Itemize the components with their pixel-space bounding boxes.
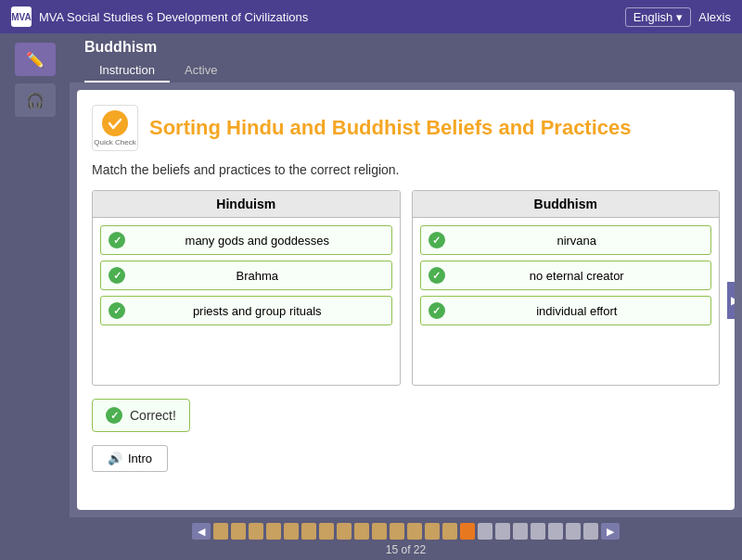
correct-check-icon-b0 — [429, 232, 445, 248]
page-title: Buddhism — [84, 39, 727, 56]
bottom-nav: ◀ — [70, 517, 742, 560]
correct-banner-icon — [106, 407, 122, 424]
main-layout: ✏️ 🎧 Buddhism Instruction Active — [0, 33, 742, 560]
buddhism-item-0[interactable]: nirvana — [420, 225, 712, 255]
tabs: Instruction Active — [84, 59, 727, 83]
speaker-icon: 🔊 — [108, 452, 122, 465]
hinduism-item-2[interactable]: priests and group rituals — [100, 296, 392, 325]
page-dot-11[interactable] — [390, 523, 404, 540]
header-title: MVA Social Studies 6 Development of Civi… — [39, 10, 308, 24]
prev-page-button[interactable]: ◀ — [192, 523, 211, 540]
headphone-icon: 🎧 — [26, 92, 45, 109]
page-dot-9[interactable] — [354, 523, 369, 540]
intro-label: Intro — [128, 452, 152, 465]
page-dot-8[interactable] — [337, 523, 352, 540]
buddhism-item-text-1: no eternal creator — [451, 269, 704, 283]
page-dot-6[interactable] — [301, 523, 316, 540]
buddhism-item-2[interactable]: individual effort — [420, 296, 712, 325]
buddhism-item-text-2: individual effort — [451, 304, 704, 318]
page-dot-1[interactable] — [213, 523, 228, 540]
right-expand-tab[interactable]: ▶ — [727, 282, 735, 319]
next-page-button[interactable]: ▶ — [601, 523, 620, 540]
page-dot-3[interactable] — [249, 523, 263, 540]
page-dot-21[interactable] — [566, 523, 581, 540]
audio-tool-button[interactable]: 🎧 — [15, 83, 56, 117]
page-dot-19[interactable] — [531, 523, 545, 540]
buddhism-header: Buddhism — [413, 191, 720, 218]
pagination: ◀ — [192, 523, 620, 540]
page-dot-5[interactable] — [284, 523, 299, 540]
buddhism-item-1[interactable]: no eternal creator — [420, 261, 712, 290]
content-area: Buddhism Instruction Active Quick Check — [70, 33, 742, 560]
pencil-icon: ✏️ — [26, 51, 45, 69]
page-dot-16[interactable] — [478, 523, 493, 540]
header-left: MVA MVA Social Studies 6 Development of … — [11, 6, 308, 27]
tab-instruction[interactable]: Instruction — [84, 59, 170, 83]
tab-active[interactable]: Active — [170, 59, 232, 83]
page-label: 15 of 22 — [386, 543, 426, 556]
page-dot-20[interactable] — [548, 523, 563, 540]
intro-button[interactable]: 🔊 Intro — [92, 445, 168, 472]
buddhism-body: nirvana no eternal creator individual ef… — [413, 218, 720, 385]
correct-banner: Correct! — [92, 399, 190, 432]
instruction-text: Match the beliefs and practices to the c… — [92, 162, 720, 177]
page-title-bar: Buddhism Instruction Active — [70, 33, 742, 83]
page-dot-18[interactable] — [513, 523, 528, 540]
hinduism-column: Hinduism many gods and goddesses Brahma — [92, 190, 401, 386]
page-dot-15[interactable] — [460, 523, 475, 540]
header-right: English ▾ Alexis — [625, 7, 731, 27]
buddhism-column: Buddhism nirvana no eternal creator i — [412, 190, 721, 386]
header: MVA MVA Social Studies 6 Development of … — [0, 0, 742, 33]
checkmark-svg — [108, 116, 122, 131]
hinduism-item-text-1: Brahma — [131, 269, 384, 283]
check-badge-icon — [102, 110, 128, 136]
app-logo: MVA — [11, 6, 32, 27]
hinduism-header: Hinduism — [93, 191, 400, 218]
logo-text: MVA — [11, 12, 31, 22]
page-dot-4[interactable] — [266, 523, 281, 540]
correct-check-icon-2 — [109, 302, 125, 319]
correct-label: Correct! — [130, 408, 176, 423]
badge-label: Quick Check — [94, 138, 135, 146]
buddhism-item-text-0: nirvana — [451, 234, 704, 248]
page-dot-17[interactable] — [495, 523, 510, 540]
content-panel: Quick Check Sorting Hindu and Buddhist B… — [77, 90, 735, 510]
activity-title: Sorting Hindu and Buddhist Beliefs and P… — [149, 116, 632, 140]
hinduism-body: many gods and goddesses Brahma priests a… — [93, 218, 400, 385]
correct-check-icon — [109, 232, 125, 248]
quick-check-header: Quick Check Sorting Hindu and Buddhist B… — [92, 105, 720, 151]
hinduism-item-text-0: many gods and goddesses — [131, 234, 384, 248]
chevron-down-icon: ▾ — [676, 10, 683, 24]
correct-check-icon-b2 — [429, 302, 445, 319]
sorting-table: Hinduism many gods and goddesses Brahma — [92, 190, 720, 386]
left-sidebar: ✏️ 🎧 — [0, 33, 70, 560]
correct-check-icon-1 — [109, 267, 125, 284]
edit-tool-button[interactable]: ✏️ — [15, 43, 56, 76]
language-button[interactable]: English ▾ — [625, 7, 692, 27]
page-dot-13[interactable] — [425, 523, 440, 540]
quick-check-badge: Quick Check — [92, 105, 138, 151]
page-dot-10[interactable] — [372, 523, 387, 540]
user-name: Alexis — [698, 10, 731, 24]
page-dot-2[interactable] — [231, 523, 246, 540]
page-dot-22[interactable] — [583, 523, 598, 540]
page-dot-12[interactable] — [407, 523, 422, 540]
page-dot-14[interactable] — [442, 523, 457, 540]
page-dot-7[interactable] — [319, 523, 334, 540]
correct-check-icon-b1 — [429, 267, 445, 284]
language-label: English — [633, 10, 673, 24]
hinduism-item-1[interactable]: Brahma — [100, 261, 392, 290]
hinduism-item-0[interactable]: many gods and goddesses — [100, 225, 392, 255]
hinduism-item-text-2: priests and group rituals — [131, 304, 384, 318]
